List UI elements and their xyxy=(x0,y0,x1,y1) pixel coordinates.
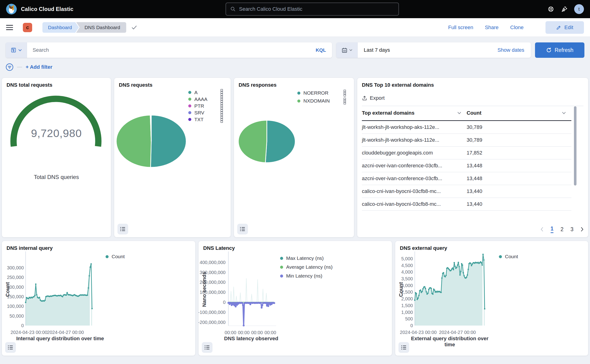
chevron-down-icon[interactable] xyxy=(457,112,461,114)
legend-item[interactable]: Count xyxy=(499,254,518,259)
table-row[interactable]: jlt-worksh-jlt-workshop-aks-112e...30,78… xyxy=(362,121,571,134)
top-app-bar: Calico Cloud Elastic t xyxy=(0,0,590,18)
kql-selector[interactable]: KQL xyxy=(316,47,332,53)
legend-item[interactable]: SRV xyxy=(188,109,223,116)
share-button[interactable]: Share xyxy=(485,25,499,31)
chevron-down-icon[interactable] xyxy=(562,112,566,114)
check-icon[interactable] xyxy=(131,25,137,30)
legend-item[interactable]: Count xyxy=(106,254,125,259)
space-badge[interactable]: c xyxy=(23,23,32,32)
more-actions-icon[interactable] xyxy=(343,98,346,104)
legend-item[interactable]: AAAA xyxy=(188,96,223,103)
panel-data-list-button[interactable] xyxy=(398,342,409,353)
dns-responses-legend: NOERRORNXDOMAIN xyxy=(297,89,346,105)
table-row[interactable]: azcni-over-ivan-conference-03cfb...13,44… xyxy=(362,172,571,185)
page-button-2[interactable]: 2 xyxy=(560,226,564,233)
saved-query-menu[interactable] xyxy=(6,42,27,58)
panel-data-list-button[interactable] xyxy=(237,224,248,234)
breadcrumb-current: DNS Dashboard xyxy=(76,22,126,33)
legend-swatch xyxy=(297,99,300,103)
more-actions-icon[interactable] xyxy=(220,103,223,109)
cell-domain[interactable]: azcni-over-ivan-conference-03cfb... xyxy=(362,172,467,185)
export-button[interactable]: Export xyxy=(362,95,385,101)
next-page-icon[interactable] xyxy=(580,227,584,232)
panel-data-list-button[interactable] xyxy=(202,342,213,353)
svg-text:2024-04-23 00:00: 2024-04-23 00:00 xyxy=(400,330,437,335)
cell-domain[interactable]: azcni-over-ivan-conference-03cfb... xyxy=(362,159,467,172)
more-actions-icon[interactable] xyxy=(343,90,346,97)
legend-item[interactable]: Min Latency (ns) xyxy=(280,272,332,280)
legend-label: NOERROR xyxy=(303,90,328,96)
divider xyxy=(17,67,22,67)
menu-icon[interactable] xyxy=(6,25,13,30)
total-requests-gauge[interactable] xyxy=(2,78,111,237)
gauge-label: Total DNS queries xyxy=(2,174,111,180)
panel-dns-requests: DNS requests AAAAAPTRSRVTXT xyxy=(114,78,231,237)
table-row[interactable]: calico-cni-ivan-byocni-03cfb8-mc...13,44… xyxy=(362,185,571,198)
table-row[interactable]: jlt-worksh-jlt-workshop-aks-112e...30,78… xyxy=(362,134,571,147)
internal-query-legend: Count xyxy=(106,254,125,259)
show-dates-button[interactable]: Show dates xyxy=(498,47,531,53)
whats-new-popper-icon[interactable] xyxy=(561,6,567,12)
more-actions-icon[interactable] xyxy=(220,116,223,123)
user-avatar[interactable]: t xyxy=(574,4,584,14)
legend-label: Min Latency (ns) xyxy=(286,273,322,279)
column-header-count[interactable]: Count xyxy=(467,106,572,121)
legend-swatch xyxy=(106,255,109,258)
legend-item[interactable]: PTR xyxy=(188,103,223,109)
panel-data-list-button[interactable] xyxy=(5,342,16,353)
cell-count: 13,448 xyxy=(467,159,572,172)
legend-label: PTR xyxy=(194,103,204,109)
table-scrollbar[interactable] xyxy=(574,106,577,186)
more-actions-icon[interactable] xyxy=(220,109,223,116)
cell-count: 30,789 xyxy=(467,121,572,134)
filter-icon[interactable] xyxy=(6,63,13,71)
legend-item[interactable]: Average Latency (ns) xyxy=(280,263,332,272)
legend-item[interactable]: NXDOMAIN xyxy=(297,97,346,105)
svg-text:00:00: 00:00 xyxy=(251,330,263,335)
global-search[interactable] xyxy=(226,3,399,16)
legend-label: Average Latency (ns) xyxy=(286,264,332,270)
cell-domain[interactable]: jlt-worksh-jlt-workshop-aks-112e... xyxy=(362,121,467,134)
time-range-value[interactable]: Last 7 days xyxy=(358,47,390,53)
more-actions-icon[interactable] xyxy=(220,96,223,103)
legend-item[interactable]: NOERROR xyxy=(297,89,346,97)
legend-label: Count xyxy=(112,254,125,259)
y-axis-title: Count xyxy=(398,263,404,316)
cell-domain[interactable]: calico-cni-ivan-byocni-03cfb8-mc... xyxy=(362,198,467,211)
column-header-domains[interactable]: Top external domains xyxy=(362,106,467,121)
svg-text:2024-04-27 00:00: 2024-04-27 00:00 xyxy=(47,330,84,335)
legend-swatch xyxy=(188,111,191,114)
panel-dns-responses: DNS responses NOERRORNXDOMAIN xyxy=(234,78,354,237)
breadcrumb-dashboard[interactable]: Dashboard xyxy=(42,22,79,33)
cell-count: 17,852 xyxy=(467,147,572,159)
help-ring-icon[interactable] xyxy=(548,6,554,12)
cell-domain[interactable]: calico-cni-ivan-byocni-03cfb8-mc... xyxy=(362,185,467,198)
y-axis-title: Count xyxy=(5,263,11,316)
panel-data-list-button[interactable] xyxy=(117,224,128,234)
kql-search-input[interactable] xyxy=(27,42,316,58)
cell-domain[interactable]: jlt-worksh-jlt-workshop-aks-112e... xyxy=(362,134,467,147)
legend-swatch xyxy=(188,104,191,107)
add-filter-button[interactable]: + Add filter xyxy=(26,64,52,70)
edit-button[interactable]: Edit xyxy=(545,21,584,34)
legend-label: A xyxy=(194,90,198,95)
pagination: 123 xyxy=(540,226,584,233)
page-button-1[interactable]: 1 xyxy=(551,226,554,233)
prev-page-icon[interactable] xyxy=(540,227,544,232)
table-row[interactable]: azcni-over-ivan-conference-03cfb...13,44… xyxy=(362,159,571,172)
legend-item[interactable]: TXT xyxy=(188,116,223,123)
full-screen-button[interactable]: Full screen xyxy=(448,25,473,31)
table-row[interactable]: clouddebugger.googleapis.com17,852 xyxy=(362,147,571,159)
page-button-3[interactable]: 3 xyxy=(571,226,573,233)
legend-item[interactable]: A xyxy=(188,89,223,96)
more-actions-icon[interactable] xyxy=(220,89,223,96)
refresh-button[interactable]: Refresh xyxy=(535,42,584,58)
cell-domain[interactable]: clouddebugger.googleapis.com xyxy=(362,147,467,159)
panel-dns-total-requests: DNS total requests 9,720,980 Total DNS q… xyxy=(2,78,111,237)
global-search-input[interactable] xyxy=(239,6,394,12)
table-row[interactable]: calico-cni-ivan-byocni-03cfb8-mc...13,44… xyxy=(362,198,571,211)
legend-item[interactable]: Max Latency (ns) xyxy=(280,254,332,263)
date-quick-menu[interactable] xyxy=(336,42,358,58)
clone-button[interactable]: Clone xyxy=(510,25,524,31)
